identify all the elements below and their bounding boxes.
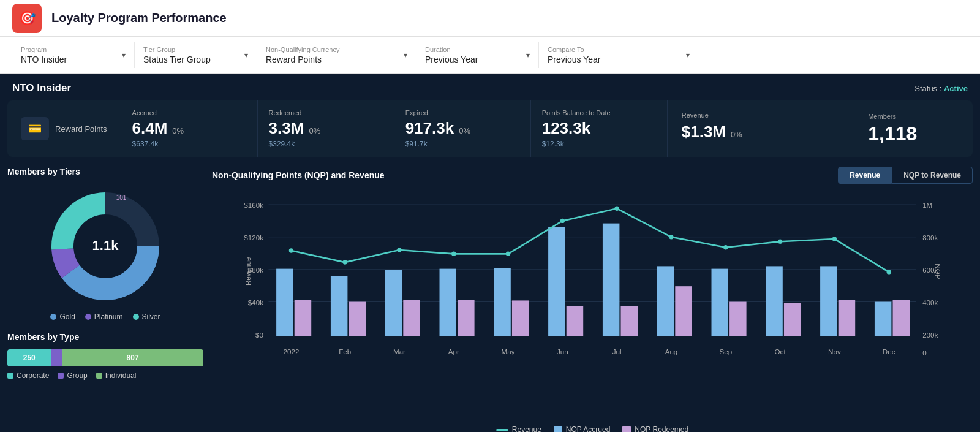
toggle-nqp-button[interactable]: NQP to Revenue — [892, 167, 973, 184]
bar-accrued-8 — [657, 266, 674, 336]
line-dot — [723, 245, 728, 249]
reward-points-icon: 💳 — [21, 117, 49, 140]
gold-label: Gold — [59, 313, 75, 321]
filter-tier-value: Status Tier Group — [143, 55, 248, 64]
bar-accrued-10 — [766, 266, 782, 336]
legend-redeemed-rect — [622, 426, 631, 432]
bar-legend-group: Group — [58, 371, 87, 380]
bar-redeemed-8 — [675, 286, 692, 336]
bar-redeemed-11 — [839, 300, 855, 336]
filter-duration-value: Previous Year — [425, 55, 530, 64]
filter-program-label: Program — [21, 46, 126, 53]
svg-text:$120k: $120k — [244, 233, 263, 241]
svg-text:Revenue: Revenue — [244, 257, 252, 286]
platinum-label: Platinum — [94, 313, 123, 321]
stat-expired: Expired 917.3k 0% $91.7k — [394, 100, 531, 157]
toggle-revenue-button[interactable]: Revenue — [838, 167, 892, 184]
stat-members: Members 1,118 — [854, 100, 973, 157]
filter-duration[interactable]: Duration Previous Year ▾ — [417, 42, 539, 68]
bar-legend-individual: Individual — [96, 371, 137, 380]
bar-corporate: 250 — [7, 349, 51, 366]
chevron-down-icon: ▾ — [686, 51, 690, 59]
svg-text:1M: 1M — [922, 201, 932, 209]
accrued-pct: 0% — [172, 126, 184, 135]
members-type-title: Members by Type — [7, 332, 203, 342]
revenue-line — [291, 208, 889, 272]
filter-currency-label: Non-Qualifying Currency — [266, 46, 407, 53]
redeemed-value: 3.3M — [269, 119, 304, 138]
svg-text:Feb: Feb — [339, 347, 351, 355]
chart-svg: $160k $120k $80k $40k $0 1M 800k 600k 40… — [212, 194, 973, 420]
filter-compare[interactable]: Compare To Previous Year ▾ — [539, 42, 698, 68]
nto-title: NTO Insider — [12, 82, 71, 94]
chevron-down-icon: ▾ — [404, 51, 407, 59]
legend-revenue: Revenue — [496, 425, 541, 432]
chart-title: Non-Qualifying Points (NQP) and Revenue — [212, 170, 385, 180]
individual-dot — [96, 373, 102, 379]
filter-currency-value: Reward Points — [266, 55, 407, 64]
stat-revenue: Revenue $1.3M 0% — [668, 100, 854, 157]
points-sub: $12.3k — [542, 140, 656, 148]
right-panel: Non-Qualifying Points (NQP) and Revenue … — [212, 167, 973, 432]
line-dot — [506, 252, 510, 256]
bar-accrued-11 — [820, 266, 837, 336]
chart-toggle: Revenue NQP to Revenue — [838, 167, 973, 184]
line-dot — [451, 252, 456, 256]
bar-accrued-3 — [385, 270, 402, 336]
legend-platinum: Platinum — [85, 313, 123, 321]
bar-accrued-9 — [712, 269, 728, 336]
svg-text:1.1k: 1.1k — [92, 238, 119, 253]
filter-tier-group[interactable]: Tier Group Status Tier Group ▾ — [135, 42, 257, 68]
app-header: 🎯 Loyalty Program Performance — [0, 0, 980, 37]
currency-icon-area: 💳 Reward Points — [7, 100, 121, 157]
bar-accrued-5 — [494, 268, 510, 336]
filter-currency[interactable]: Non-Qualifying Currency Reward Points ▾ — [257, 42, 417, 68]
silver-dot — [133, 314, 139, 320]
chevron-down-icon: ▾ — [122, 51, 126, 59]
svg-text:Aug: Aug — [665, 347, 678, 355]
chart-legend: Revenue NQP Accrued NQP Redeemed — [212, 425, 973, 432]
revenue-pct: 0% — [731, 130, 742, 139]
members-value: 1,118 — [868, 123, 959, 145]
bar-accrued-1 — [276, 269, 293, 336]
member-type-bar: 250 807 — [7, 349, 203, 366]
legend-accrued-rect — [554, 426, 562, 432]
bar-redeemed-1 — [295, 300, 311, 336]
legend-nqp-accrued: NQP Accrued — [554, 425, 610, 432]
filter-program[interactable]: Program NTO Insider ▾ — [12, 42, 135, 68]
bar-individual: 807 — [62, 349, 203, 366]
redeemed-label: Redeemed — [269, 109, 383, 116]
redeemed-sub: $329.4k — [269, 140, 383, 148]
members-tiers-title: Members by Tiers — [7, 167, 203, 176]
bar-redeemed-5 — [512, 300, 529, 336]
legend-silver: Silver — [133, 313, 160, 321]
legend-revenue-line — [496, 429, 508, 431]
revenue-label: Revenue — [682, 112, 709, 119]
bar-redeemed-6 — [567, 306, 583, 336]
group-label: Group — [67, 371, 87, 380]
silver-label: Silver — [142, 313, 160, 321]
accrued-sub: $637.4k — [132, 140, 246, 148]
svg-text:2022: 2022 — [284, 347, 300, 355]
platinum-dot — [85, 314, 91, 320]
line-dot — [669, 235, 673, 239]
filter-tier-label: Tier Group — [143, 46, 248, 53]
filter-bar: Program NTO Insider ▾ Tier Group Status … — [0, 37, 980, 74]
stat-redeemed: Redeemed 3.3M 0% $329.4k — [258, 100, 394, 157]
gold-dot — [50, 314, 56, 320]
individual-label: Individual — [105, 371, 137, 380]
revenue-value: $1.3M — [682, 123, 726, 142]
svg-text:Jul: Jul — [612, 347, 622, 355]
app-title: Loyalty Program Performance — [51, 11, 227, 25]
bar-accrued-6 — [548, 227, 565, 336]
members-label: Members — [868, 113, 959, 120]
bar-redeemed-2 — [349, 302, 366, 336]
stat-points-balance: Points Balance to Date 123.3k $12.3k — [531, 100, 668, 157]
status-label: Status : — [914, 84, 944, 93]
svg-text:Jun: Jun — [557, 347, 568, 355]
group-dot — [58, 373, 64, 379]
stat-accrued: Accrued 6.4M 0% $637.4k — [121, 100, 258, 157]
accrued-label: Accrued — [132, 109, 246, 116]
points-label: Points Balance to Date — [542, 109, 656, 116]
bar-redeemed-7 — [621, 306, 638, 336]
